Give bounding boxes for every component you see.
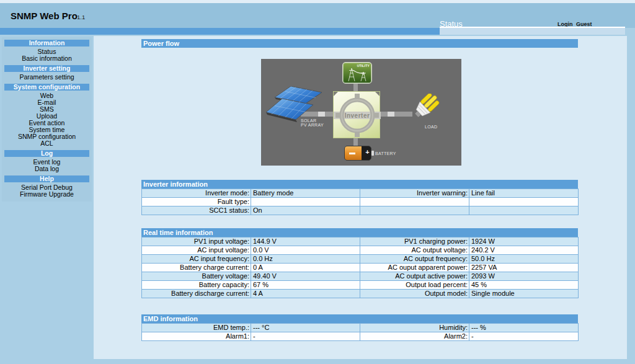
table-row: Battery discharge current: 4 A Output mo… — [142, 290, 579, 298]
field-value: 144.9 V — [251, 237, 360, 246]
field-value — [469, 206, 579, 215]
field-label: Battery charge current: — [142, 264, 251, 272]
field-label — [360, 206, 469, 215]
app-header: SNMP Web Pro 1.1 Status Login Guest — [0, 3, 635, 28]
emd-information-table: EMD temp.: --- °C Humidity: --- % Alarm1… — [141, 323, 579, 341]
header-subbar — [440, 27, 625, 35]
field-label: Battery discharge current: — [142, 290, 251, 298]
table-row: Battery capacity: 67 % Output load perce… — [142, 281, 579, 290]
utility-icon: UTILITY — [342, 62, 372, 84]
sidebar-section-help: Help — [4, 175, 89, 182]
real-time-information-table: PV1 input voltage: 144.9 V PV1 charging … — [141, 237, 579, 298]
main-content-panel: Power flow UTILITY — [94, 36, 627, 359]
field-value: 0.0 Hz — [251, 255, 360, 264]
field-label — [360, 198, 469, 206]
field-label: SCC1 status: — [142, 206, 251, 215]
field-value: 0 A — [251, 264, 360, 272]
field-label: AC output voltage: — [360, 246, 469, 255]
field-label: Alarm1: — [142, 332, 251, 341]
table-row: SCC1 status: On — [142, 206, 579, 215]
field-value — [469, 198, 579, 206]
field-value: Line fail — [469, 189, 579, 198]
field-label: Inverter mode: — [142, 189, 251, 198]
app-version: 1.1 — [77, 14, 85, 20]
field-value: 1924 W — [469, 237, 579, 246]
sidebar-item-parameters-setting[interactable]: Parameters setting — [2, 74, 92, 81]
field-value: 240.2 V — [469, 246, 579, 255]
table-row: AC input voltage: 0.0 V AC output voltag… — [142, 246, 579, 255]
field-value: 67 % — [251, 281, 360, 290]
field-label: AC ouput apparent power: — [360, 264, 469, 272]
field-value: 2257 VA — [469, 264, 579, 272]
field-value: Single module — [469, 290, 579, 298]
battery-label: BATTERY — [375, 151, 396, 156]
table-row: AC input frequency: 0.0 Hz AC output fre… — [142, 255, 579, 264]
sidebar-section-inverter-setting: Inverter setting — [4, 65, 89, 72]
field-value: 0.0 V — [251, 246, 360, 255]
load-connector — [380, 112, 412, 117]
field-value: 2093 W — [469, 272, 579, 281]
section-header-real-time-information: Real time information — [141, 228, 578, 237]
table-row: Alarm1: - Alarm2: - — [142, 332, 579, 341]
field-value: 49.40 V — [251, 272, 360, 281]
table-row: Inverter mode: Battery mode Inverter war… — [142, 189, 579, 198]
field-value: 45 % — [469, 281, 579, 290]
app-title: SNMP Web Pro — [11, 11, 78, 21]
battery-terminal — [371, 151, 374, 156]
inverter-information-table: Inverter mode: Battery mode Inverter war… — [141, 189, 579, 215]
field-label: PV1 input voltage: — [142, 237, 251, 246]
field-value: - — [251, 332, 360, 341]
section-header-emd-information: EMD information — [141, 314, 578, 323]
load-bulb-icon — [409, 94, 448, 125]
table-row: Battery voltage: 49.40 V AC output activ… — [142, 272, 579, 281]
field-value: On — [251, 206, 360, 215]
sidebar-section-information: Information — [4, 40, 89, 47]
table-row: PV1 input voltage: 144.9 V PV1 charging … — [142, 237, 579, 246]
field-label: Fault type: — [142, 198, 251, 206]
inverter-icon: Inverter — [333, 91, 380, 138]
section-header-inverter-information: Inverter information — [141, 180, 578, 189]
battery-connector — [353, 138, 358, 146]
field-value: --- °C — [251, 324, 360, 332]
sidebar: Information Status Basic information Inv… — [2, 37, 92, 202]
field-value: 4 A — [251, 290, 360, 298]
field-value: --- % — [469, 324, 579, 332]
field-label: Output model: — [360, 290, 469, 298]
field-label: Humidity: — [360, 324, 469, 332]
sidebar-item-acl[interactable]: ACL — [2, 140, 92, 147]
field-label: PV1 charging power: — [360, 237, 469, 246]
field-label: AC input frequency: — [142, 255, 251, 264]
power-flow-diagram: UTILITY SOLAR PV ARRAY — [261, 59, 461, 166]
battery-plus-mark: + — [363, 148, 371, 156]
utility-connector — [353, 84, 358, 91]
sidebar-item-firmware-upgrade[interactable]: Firmware Upgrade — [2, 191, 92, 198]
table-row: Battery charge current: 0 A AC ouput app… — [142, 264, 579, 272]
sidebar-section-system-configuration: System configuration — [4, 84, 89, 91]
field-label: AC output frequency: — [360, 255, 469, 264]
battery-icon: + — [344, 146, 371, 161]
header-accent-bar — [0, 28, 440, 35]
field-value: Battery mode — [251, 189, 360, 198]
sidebar-item-basic-information[interactable]: Basic information — [2, 55, 92, 62]
field-label: Inverter warning: — [360, 189, 469, 198]
field-label: EMD temp.: — [142, 324, 251, 332]
sidebar-section-log: Log — [4, 150, 89, 157]
field-label: Battery capacity: — [142, 281, 251, 290]
solar-label: SOLAR PV ARRAY — [301, 118, 324, 127]
field-label: Alarm2: — [360, 332, 469, 341]
field-value — [251, 198, 360, 206]
field-label: Output load percent: — [360, 281, 469, 290]
section-header-power-flow: Power flow — [141, 39, 578, 48]
table-row: Fault type: — [142, 198, 579, 206]
field-label: Battery voltage: — [142, 272, 251, 281]
field-value: - — [469, 332, 579, 341]
power-pylon-icon — [344, 66, 370, 82]
sidebar-item-data-log[interactable]: Data log — [2, 166, 92, 172]
table-row: EMD temp.: --- °C Humidity: --- % — [142, 324, 579, 332]
battery-minus-mark — [349, 153, 355, 154]
field-value: 50.0 Hz — [469, 255, 579, 264]
field-label: AC output active power: — [360, 272, 469, 281]
load-label: LOAD — [425, 125, 437, 129]
inverter-label: Inverter — [334, 112, 381, 119]
utility-label: UTILITY — [357, 64, 370, 68]
